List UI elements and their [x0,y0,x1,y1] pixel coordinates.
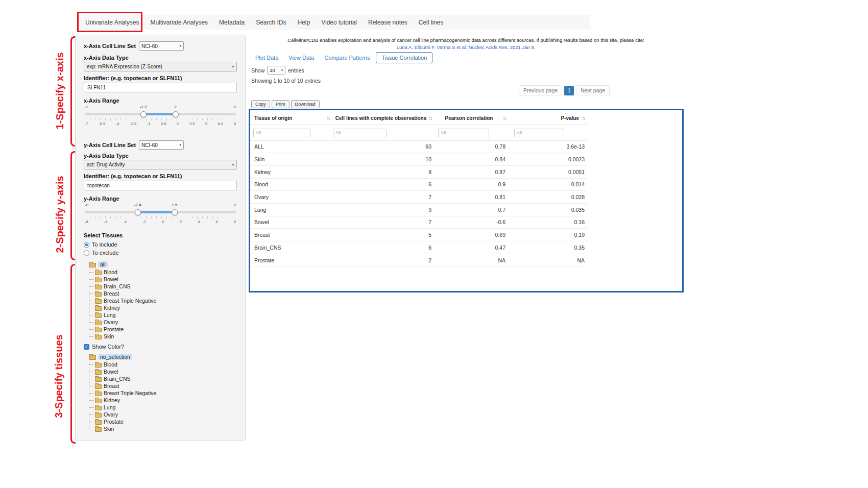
x-axis-cell-line-set-select[interactable]: NCI-60 ▾ [139,41,184,51]
column-header-pvalue[interactable]: P-value ⇅ [508,112,587,125]
folder-icon [95,278,102,282]
tree-root-all[interactable]: all [84,261,237,268]
tissues-include-option[interactable]: To include [84,240,237,249]
tissue-tree-item[interactable]: Blood [95,269,237,276]
tree-root-no-selection[interactable]: no_selection [84,353,237,360]
slider-tick-label: 3.5 [189,121,195,126]
slider-handle-low[interactable] [140,111,147,117]
tissue-label: Prostate [104,326,124,332]
tab-plot-data[interactable]: Plot Data [251,53,282,63]
sort-icon[interactable]: ⇅ [326,116,330,121]
sort-icon[interactable]: ⇅ [582,116,586,121]
tissue-tree-item[interactable]: Ovary [95,319,237,326]
slider-handle-high[interactable] [173,111,179,117]
current-page-button[interactable]: 1 [564,86,574,95]
tissue-tree-item[interactable]: Breast [95,290,237,297]
slider-track[interactable] [85,209,236,215]
tab-compare-patterns[interactable]: Compare Patterns [320,53,374,63]
tissue-tree-item[interactable]: Breast Triple Negative [95,297,237,304]
tab-view-data[interactable]: View Data [284,53,318,63]
nav-item[interactable]: Video tutorial [316,19,363,26]
tissue-label: Blood [104,361,117,368]
sort-icon[interactable]: ⇅ [428,116,432,121]
tissue-tree-item[interactable]: Bowel [95,368,237,375]
y-axis-cell-line-set-select[interactable]: NCI-60 ▾ [139,140,184,150]
slider-tick-labels: -8 -6 -4 -2 0 2 4 6 8 [85,219,236,224]
slider-handle-high[interactable] [172,209,178,215]
table-row[interactable]: Blood 6 0.9 0.014 [250,179,587,191]
tissue-label: Ovary [104,319,118,325]
tissue-tree-item[interactable]: Ovary [95,411,237,418]
nav-item[interactable]: Multivariate Analyses [144,19,213,26]
tissues-exclude-option[interactable]: To exclude [84,249,237,257]
slider-tick-label: -2 [142,219,146,224]
filter-input-pearson[interactable] [438,129,489,137]
export-button[interactable]: Copy [251,100,270,108]
tissue-tree-item[interactable]: Skin [95,333,237,340]
table-row[interactable]: Breast 5 0.69 0.19 [250,229,587,241]
column-header-tissue[interactable]: Tissue of origin ⇅ [250,112,332,125]
slider-track[interactable] [85,111,236,117]
checkbox-checked-icon[interactable]: ✓ [84,344,89,350]
cell-pvalue: 0.014 [508,181,587,187]
slider-selected-range[interactable] [138,211,175,213]
x-axis-data-type-label: x-Axis Data Type [84,55,237,61]
tissue-tree-item[interactable]: Blood [95,361,237,368]
filter-input-cell-lines[interactable] [333,129,387,137]
tissue-tree-item[interactable]: Lung [95,404,237,411]
radio-selected-icon[interactable] [84,242,89,248]
x-axis-data-type-select[interactable]: exp: mRNA Expression (Z-Score) ▾ [84,62,237,71]
cell-n: 7 [332,219,434,225]
column-header-pearson[interactable]: Pearson correlation ⇅ [434,112,508,125]
column-header-label: Cell lines with complete observations [335,115,426,121]
cell-tissue: Breast [250,232,332,238]
citation-text: CellMinerCDB enables exploration and ana… [250,37,682,43]
nav-item[interactable]: Cell lines [413,19,449,26]
sort-icon[interactable]: ⇅ [502,116,507,121]
table-row[interactable]: Lung 9 0.7 0.035 [250,204,587,216]
slider-value-labels: -7 -1.2 2 8 [85,105,236,111]
nav-item[interactable]: Help [292,19,316,26]
citation-link[interactable]: Luna A, Elloumi F, Varma S et al. Nuclei… [250,44,682,50]
show-color-control[interactable]: ✓ Show Color? [84,343,237,350]
column-header-cell-lines[interactable]: Cell lines with complete observations ⇅ [332,112,434,125]
page-length-select[interactable]: 10 ▾ [267,66,285,75]
slider-selected-range[interactable] [143,113,176,115]
x-axis-identifier-input[interactable] [84,83,237,92]
tissue-tree-item[interactable]: Lung [95,311,237,319]
y-axis-data-type-select[interactable]: act: Drug Activity ▾ [84,160,237,169]
nav-item[interactable]: Univariate Analyses [80,19,144,26]
filter-input-pvalue[interactable] [514,129,564,137]
tissue-tree-item[interactable]: Brain_CNS [95,283,237,290]
export-button[interactable]: Print [272,100,290,108]
slider-handle-low[interactable] [135,209,141,215]
table-row[interactable]: Prostate 2 NA NA [250,254,587,267]
table-row[interactable]: Bowel 7 -0.6 0.16 [250,216,587,229]
nav-item[interactable]: Release notes [363,19,413,26]
tissue-tree-item[interactable]: Breast Triple Negative [95,389,237,397]
tissue-tree-item[interactable]: Prostate [95,418,237,425]
filter-input-tissue[interactable] [253,129,310,137]
y-axis-identifier-input[interactable] [84,181,237,190]
table-row[interactable]: Brain_CNS 6 0.47 0.35 [250,241,587,254]
table-row[interactable]: Kidney 8 0.87 0.0051 [250,166,587,179]
tissue-label: Lung [104,404,115,410]
nav-item[interactable]: Metadata [213,19,250,26]
next-page-button[interactable]: Next page [576,85,610,95]
tissue-tree-item[interactable]: Brain_CNS [95,375,237,382]
tissue-tree-item[interactable]: Kidney [95,397,237,404]
table-row[interactable]: Skin 10 0.84 0.0023 [250,153,587,166]
tissue-tree-item[interactable]: Breast [95,382,237,389]
radio-unselected-icon[interactable] [84,250,89,256]
tissue-tree-item[interactable]: Prostate [95,326,237,333]
tissue-tree-item[interactable]: Bowel [95,276,237,283]
nav-item[interactable]: Search IDs [250,19,292,26]
table-row[interactable]: ALL 60 0.78 3.6e-13 [250,141,587,154]
tab-tissue-correlation[interactable]: Tissue Correlation [376,52,432,63]
tissue-tree-item[interactable]: Kidney [95,304,237,311]
export-button[interactable]: Download [291,100,320,108]
previous-page-button[interactable]: Previous page [519,85,562,95]
cell-pvalue: 3.6e-13 [508,143,587,150]
tissue-tree-item[interactable]: Skin [95,425,237,432]
table-row[interactable]: Ovary 7 0.81 0.028 [250,191,587,204]
